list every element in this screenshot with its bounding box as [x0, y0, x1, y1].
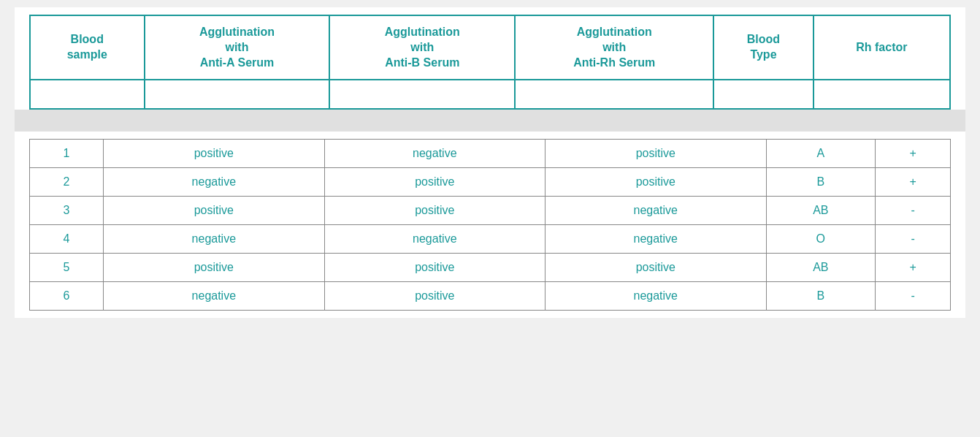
cell-anti-b: positive	[324, 282, 545, 311]
cell-anti-rh: positive	[545, 140, 766, 168]
table-row: 5positivepositivepositiveAB+	[30, 254, 951, 282]
cell-anti-a: negative	[104, 282, 324, 311]
cell-anti-rh: negative	[545, 225, 766, 254]
col-anti-a: AgglutinationwithAnti-A Serum	[145, 15, 330, 80]
table-row: 4negativenegativenegativeO-	[30, 225, 951, 254]
table-row: 3positivepositivenegativeAB-	[30, 197, 951, 225]
cell-anti-b: positive	[324, 197, 545, 225]
cell-anti-b: negative	[324, 140, 545, 168]
col-blood-type: BloodType	[713, 15, 814, 80]
cell-rh: -	[876, 282, 951, 311]
empty-cell-3	[329, 80, 515, 109]
table-row: 2negativepositivepositiveB+	[30, 168, 951, 197]
cell-rh: +	[876, 140, 951, 168]
cell-anti-a: positive	[104, 197, 324, 225]
cell-rh: -	[876, 197, 951, 225]
header-row: Bloodsample AgglutinationwithAnti-A Seru…	[30, 15, 950, 80]
bottom-section: 1positivenegativepositiveA+2negativeposi…	[15, 132, 965, 318]
cell-sample: 2	[30, 168, 104, 197]
cell-anti-a: positive	[104, 140, 324, 168]
empty-cell-4	[515, 80, 713, 109]
cell-anti-rh: negative	[545, 197, 766, 225]
cell-blood-type: A	[766, 140, 876, 168]
cell-sample: 3	[30, 197, 104, 225]
cell-anti-a: negative	[104, 225, 324, 254]
cell-anti-rh: positive	[545, 168, 766, 197]
cell-anti-a: negative	[104, 168, 324, 197]
cell-anti-b: positive	[324, 168, 545, 197]
cell-rh: +	[876, 254, 951, 282]
cell-anti-b: negative	[324, 225, 545, 254]
empty-row	[30, 80, 950, 109]
data-table: 1positivenegativepositiveA+2negativeposi…	[29, 139, 951, 311]
cell-sample: 6	[30, 282, 104, 311]
cell-sample: 5	[30, 254, 104, 282]
cell-blood-type: B	[766, 168, 876, 197]
top-section: Bloodsample AgglutinationwithAnti-A Seru…	[15, 7, 965, 110]
cell-anti-a: positive	[104, 254, 324, 282]
cell-rh: +	[876, 168, 951, 197]
header-table: Bloodsample AgglutinationwithAnti-A Seru…	[29, 15, 951, 110]
cell-sample: 1	[30, 140, 104, 168]
cell-anti-rh: negative	[545, 282, 766, 311]
cell-rh: -	[876, 225, 951, 254]
divider	[15, 110, 965, 132]
col-anti-rh: AgglutinationwithAnti-Rh Serum	[515, 15, 713, 80]
cell-blood-type: B	[766, 282, 876, 311]
cell-blood-type: AB	[766, 254, 876, 282]
cell-anti-b: positive	[324, 254, 545, 282]
empty-cell-1	[30, 80, 145, 109]
cell-blood-type: AB	[766, 197, 876, 225]
cell-anti-rh: positive	[545, 254, 766, 282]
col-rh-factor: Rh factor	[814, 15, 950, 80]
cell-sample: 4	[30, 225, 104, 254]
empty-cell-5	[713, 80, 814, 109]
table-row: 6negativepositivenegativeB-	[30, 282, 951, 311]
empty-cell-6	[814, 80, 950, 109]
cell-blood-type: O	[766, 225, 876, 254]
col-blood-sample: Bloodsample	[30, 15, 145, 80]
table-row: 1positivenegativepositiveA+	[30, 140, 951, 168]
col-anti-b: AgglutinationwithAnti-B Serum	[329, 15, 515, 80]
empty-cell-2	[145, 80, 330, 109]
